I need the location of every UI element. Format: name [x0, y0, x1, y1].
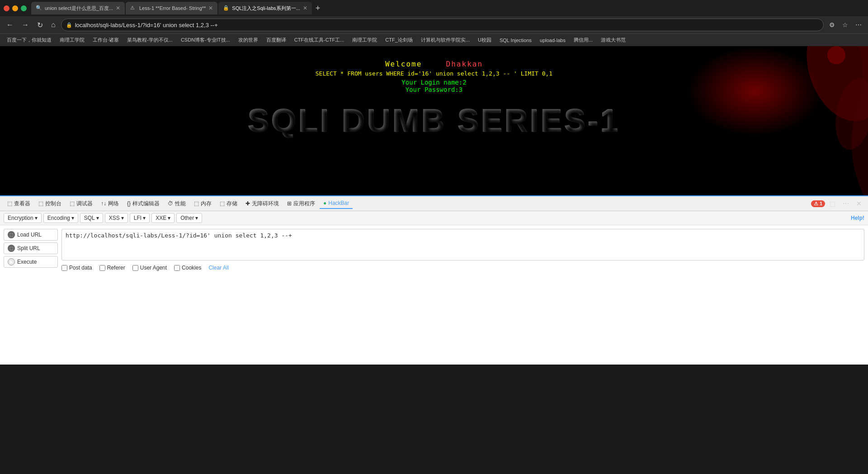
bookmark-tencent[interactable]: 腾信用... [571, 36, 596, 44]
welcome-section: Welcome Dhakkan SELECT * FROM users WHER… [316, 60, 552, 93]
devtools-close-btn[interactable]: ✕ [854, 199, 864, 208]
devtool-apps[interactable]: ⊞ 应用程序 [283, 198, 319, 209]
devtool-inspector[interactable]: ⬚ 查看器 [4, 198, 34, 209]
hackbar-url-input[interactable]: http://localhost/sqli-labs/Less-1/?id=16… [61, 229, 864, 261]
tab-1[interactable]: 🔍 union select是什么意思_百度... ✕ [31, 2, 125, 14]
accessibility-label: 无障碍环境 [252, 200, 279, 208]
load-url-icon: ⬚ [8, 231, 15, 238]
memory-label: 内存 [201, 200, 212, 208]
load-url-button[interactable]: ⬚ Load URL [4, 229, 58, 241]
nav-bar: ← → ↻ ⌂ 🔒 ⚙ ☆ ⋯ [0, 16, 868, 33]
refresh-button[interactable]: ↻ [34, 20, 46, 30]
new-tab-button[interactable]: + [313, 4, 323, 13]
svg-point-0 [793, 46, 868, 132]
bookmark-translate[interactable]: 百度翻译 [263, 36, 289, 44]
cookies-checkbox-label[interactable]: Cookies [174, 265, 201, 271]
tab-favicon-3: 🔒 [223, 5, 229, 11]
bookmark-ctf-tools[interactable]: CTF在线工具-CTF工... [291, 36, 348, 44]
debugger-label: 调试器 [76, 200, 93, 208]
devtool-storage[interactable]: ⬚ 存储 [216, 198, 241, 209]
minimize-window-btn[interactable] [12, 5, 18, 11]
bookmark-upload[interactable]: upload-labs [537, 37, 569, 44]
bookmark-hack[interactable]: 攻的世界 [235, 36, 261, 44]
tab-favicon-2: ⚠ [130, 5, 137, 11]
hackbar-url-area: http://localhost/sqli-labs/Less-1/?id=16… [61, 229, 864, 271]
window-controls [4, 5, 27, 11]
tab-close-2[interactable]: ✕ [208, 5, 213, 11]
back-button[interactable]: ← [4, 20, 16, 30]
menu-button[interactable]: ⋯ [853, 20, 864, 29]
user-agent-label: User Agent [140, 265, 167, 271]
encryption-arrow-icon: ▾ [35, 215, 38, 221]
referer-checkbox-label[interactable]: Referer [99, 265, 125, 271]
storage-label: 存储 [226, 200, 237, 208]
forward-button[interactable]: → [19, 20, 32, 30]
referer-checkbox[interactable] [99, 265, 105, 271]
bookmark-ctf-arena[interactable]: CTF_论剑场 [382, 36, 416, 44]
tab-close-1[interactable]: ✕ [116, 5, 120, 11]
other-label: Other [180, 215, 194, 221]
devtool-hackbar[interactable]: ● HackBar [320, 198, 353, 209]
sql-menu[interactable]: SQL ▾ [80, 213, 103, 223]
execute-icon: ▶ [8, 258, 15, 265]
devtools-right: ⚠ 1 ⬚ ⋯ ✕ [811, 199, 864, 208]
devtools-dock-btn[interactable]: ⬚ [827, 199, 838, 208]
bookmark-work[interactable]: 工作台·诸塞 [90, 36, 122, 44]
post-data-checkbox-label[interactable]: Post data [61, 265, 92, 271]
devtool-network[interactable]: ↑↓ 网络 [97, 198, 123, 209]
devtool-style[interactable]: {} 样式编辑器 [123, 198, 163, 209]
home-button[interactable]: ⌂ [48, 20, 58, 30]
extensions-button[interactable]: ⚙ [826, 20, 838, 29]
user-agent-checkbox-label[interactable]: User Agent [132, 265, 167, 271]
sql-query: SELECT * FROM users WHERE id='16' union … [316, 70, 552, 77]
tab-title-3: SQL注入之Sqli-labs系列第一... [232, 5, 300, 12]
bookmark-nuist[interactable]: 南理工学院 [57, 36, 88, 44]
xxe-menu[interactable]: XXE ▾ [151, 213, 175, 223]
bookmark-button[interactable]: ☆ [840, 20, 851, 29]
sql-label: SQL [84, 215, 95, 221]
error-badge: ⚠ 1 [811, 200, 825, 207]
encoding-menu[interactable]: Encoding ▾ [43, 213, 78, 223]
tab-3[interactable]: 🔒 SQL注入之Sqli-labs系列第一... ✕ [218, 2, 311, 14]
hackbar-panel: Encryption ▾ Encoding ▾ SQL ▾ XSS ▾ LFI … [0, 211, 868, 365]
sql-arrow-icon: ▾ [96, 215, 99, 221]
other-arrow-icon: ▾ [195, 215, 198, 221]
devtool-console[interactable]: ⬚ 控制台 [35, 198, 65, 209]
welcome-line: Welcome Dhakkan [316, 60, 552, 68]
inspector-label: 查看器 [14, 200, 30, 208]
tab-2[interactable]: ⚠ Less-1 **Error Based- String** ✕ [126, 2, 217, 14]
cookies-checkbox[interactable] [174, 265, 180, 271]
address-input[interactable] [75, 22, 819, 28]
devtool-accessibility[interactable]: ✚ 无障碍环境 [242, 198, 283, 209]
xss-menu[interactable]: XSS ▾ [105, 213, 128, 223]
execute-button[interactable]: ▶ Execute [4, 256, 58, 268]
bookmark-cainiao[interactable]: 菜鸟教程-学的不仅... [124, 36, 176, 44]
devtool-memory[interactable]: ⬚ 内存 [190, 198, 215, 209]
bookmark-game[interactable]: 游戏大书范 [598, 36, 629, 44]
tab-close-3[interactable]: ✕ [303, 5, 307, 11]
encryption-menu[interactable]: Encryption ▾ [4, 213, 42, 223]
other-menu[interactable]: Other ▾ [176, 213, 202, 223]
devtool-performance[interactable]: ⏱ 性能 [164, 198, 189, 209]
storage-icon: ⬚ [220, 200, 225, 207]
bookmark-ucampus[interactable]: U校园 [475, 36, 495, 44]
load-url-label: Load URL [17, 232, 42, 238]
bookmark-cs[interactable]: 计算机与软件学院实... [418, 36, 473, 44]
clear-all-button[interactable]: Clear All [208, 265, 229, 271]
tab-bar: 🔍 union select是什么意思_百度... ✕ ⚠ Less-1 **E… [0, 0, 868, 16]
network-label: 网络 [108, 200, 119, 208]
split-url-button[interactable]: ⬚ Split URL [4, 242, 58, 254]
bookmark-csdn[interactable]: CSDN博客-专业IT技... [178, 36, 233, 44]
lfi-menu[interactable]: LFI ▾ [130, 213, 150, 223]
user-agent-checkbox[interactable] [132, 265, 138, 271]
post-data-checkbox[interactable] [61, 265, 67, 271]
close-window-btn[interactable] [4, 5, 9, 11]
execute-label: Execute [17, 259, 37, 265]
devtool-debugger[interactable]: ⬚ 调试器 [66, 198, 96, 209]
devtools-more-btn[interactable]: ⋯ [840, 199, 852, 208]
help-link[interactable]: Help! [851, 215, 864, 221]
bookmark-sqli[interactable]: SQL Injections [496, 37, 535, 44]
maximize-window-btn[interactable] [21, 5, 27, 11]
bookmark-nuist2[interactable]: 南理工学院 [349, 36, 380, 44]
bookmark-baidu[interactable]: 百度一下，你就知道 [4, 36, 55, 44]
